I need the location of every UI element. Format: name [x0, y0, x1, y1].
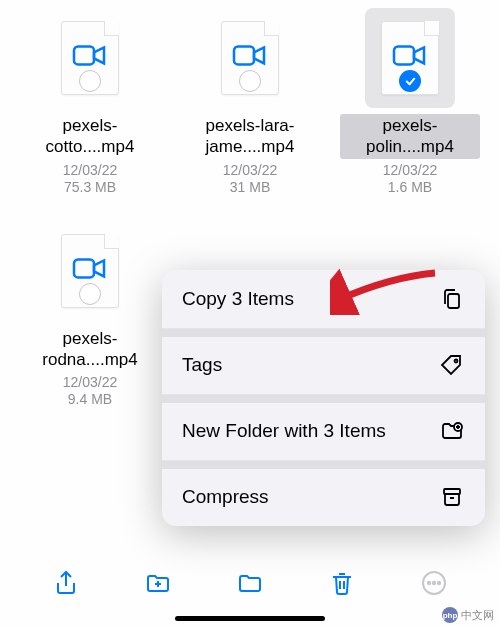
- file-item[interactable]: pexels-polin....mp4 12/03/22 1.6 MB: [330, 0, 490, 203]
- file-item[interactable]: pexels-rodna....mp4 12/03/22 9.4 MB: [10, 213, 170, 416]
- video-icon: [232, 42, 268, 68]
- file-icon: [45, 221, 135, 321]
- file-icon: [45, 8, 135, 108]
- video-icon: [72, 42, 108, 68]
- file-date: 12/03/22: [63, 374, 118, 390]
- share-button[interactable]: [44, 561, 88, 605]
- file-size: 31 MB: [230, 179, 270, 195]
- svg-point-5: [455, 360, 458, 363]
- bottom-toolbar: [0, 561, 500, 605]
- file-size: 1.6 MB: [388, 179, 432, 195]
- menu-label: Tags: [182, 353, 222, 378]
- video-icon: [392, 42, 428, 68]
- delete-button[interactable]: [320, 561, 364, 605]
- video-icon: [72, 255, 108, 281]
- watermark: php 中文网: [442, 607, 494, 623]
- menu-new-folder[interactable]: New Folder with 3 Items: [162, 394, 485, 460]
- svg-rect-4: [448, 294, 459, 308]
- svg-rect-7: [444, 489, 460, 494]
- svg-point-12: [438, 582, 440, 584]
- selection-indicator[interactable]: [239, 70, 261, 92]
- selection-indicator-checked[interactable]: [399, 70, 421, 92]
- file-size: 9.4 MB: [68, 391, 112, 407]
- svg-rect-1: [234, 46, 254, 64]
- file-date: 12/03/22: [63, 162, 118, 178]
- svg-point-10: [428, 582, 430, 584]
- menu-label: New Folder with 3 Items: [182, 419, 386, 444]
- menu-label: Compress: [182, 485, 269, 510]
- copy-icon: [439, 286, 465, 312]
- menu-copy[interactable]: Copy 3 Items: [162, 270, 485, 328]
- file-name: pexels-rodna....mp4: [20, 327, 160, 372]
- archive-icon: [439, 484, 465, 510]
- watermark-text: 中文网: [461, 608, 494, 623]
- file-name: pexels-lara-jame....mp4: [180, 114, 320, 159]
- svg-point-11: [433, 582, 435, 584]
- menu-label: Copy 3 Items: [182, 287, 294, 312]
- new-folder-icon: [439, 418, 465, 444]
- new-folder-button[interactable]: [136, 561, 180, 605]
- more-button[interactable]: [412, 561, 456, 605]
- menu-compress[interactable]: Compress: [162, 460, 485, 526]
- file-date: 12/03/22: [383, 162, 438, 178]
- php-logo-icon: php: [442, 607, 458, 623]
- context-menu: Copy 3 Items Tags New Folder with 3 Item…: [162, 270, 485, 526]
- file-icon: [365, 8, 455, 108]
- file-item[interactable]: pexels-lara-jame....mp4 12/03/22 31 MB: [170, 0, 330, 203]
- file-icon: [205, 8, 295, 108]
- selection-indicator[interactable]: [79, 70, 101, 92]
- home-indicator[interactable]: [175, 616, 325, 621]
- svg-rect-3: [74, 259, 94, 277]
- file-name: pexels-polin....mp4: [340, 114, 480, 159]
- file-name: pexels-cotto....mp4: [20, 114, 160, 159]
- menu-tags[interactable]: Tags: [162, 328, 485, 394]
- file-size: 75.3 MB: [64, 179, 116, 195]
- tag-icon: [439, 352, 465, 378]
- selection-indicator[interactable]: [79, 283, 101, 305]
- folder-button[interactable]: [228, 561, 272, 605]
- file-date: 12/03/22: [223, 162, 278, 178]
- svg-rect-2: [394, 46, 414, 64]
- file-item[interactable]: pexels-cotto....mp4 12/03/22 75.3 MB: [10, 0, 170, 203]
- svg-rect-0: [74, 46, 94, 64]
